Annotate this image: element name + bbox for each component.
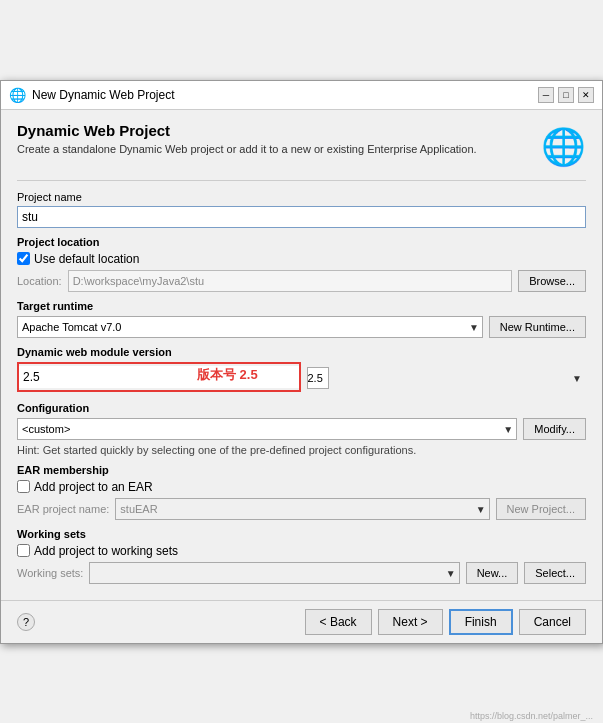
configuration-row: <custom> ▼ Modify...: [17, 418, 586, 440]
project-name-group: Project name: [17, 191, 586, 228]
module-version-dropdown-wrapper: 2.5 ▼: [307, 367, 587, 389]
ear-project-row: EAR project name: stuEAR ▼ New Project..…: [17, 498, 586, 520]
working-sets-checkbox-label: Add project to working sets: [34, 544, 178, 558]
module-version-group: Dynamic web module version 2.5 ▼ 版本号 2.5: [17, 346, 586, 394]
working-sets-dropdown[interactable]: [89, 562, 459, 584]
configuration-group: Configuration <custom> ▼ Modify... Hint:…: [17, 402, 586, 456]
project-location-label: Project location: [17, 236, 586, 248]
next-button[interactable]: Next >: [378, 609, 443, 635]
configuration-hint: Hint: Get started quickly by selecting o…: [17, 444, 586, 456]
configuration-dropdown-wrapper: <custom> ▼: [17, 418, 517, 440]
default-location-row: Use default location: [17, 252, 586, 266]
help-button[interactable]: ?: [17, 613, 35, 631]
target-runtime-label: Target runtime: [17, 300, 586, 312]
runtime-dropdown-wrapper: Apache Tomcat v7.0 ▼: [17, 316, 483, 338]
close-button[interactable]: ✕: [578, 87, 594, 103]
default-location-checkbox[interactable]: [17, 252, 30, 265]
url-watermark: https://blog.csdn.net/palmer_...: [470, 711, 593, 721]
page-description: Create a standalone Dynamic Web project …: [17, 143, 477, 155]
working-sets-group: Working sets Add project to working sets…: [17, 528, 586, 584]
maximize-button[interactable]: □: [558, 87, 574, 103]
title-controls: ─ □ ✕: [538, 87, 594, 103]
module-version-input[interactable]: [19, 366, 299, 388]
project-name-label: Project name: [17, 191, 586, 203]
working-sets-input-label: Working sets:: [17, 567, 83, 579]
module-version-dropdown[interactable]: 2.5: [307, 367, 329, 389]
new-sets-button[interactable]: New...: [466, 562, 519, 584]
browse-button[interactable]: Browse...: [518, 270, 586, 292]
select-sets-button[interactable]: Select...: [524, 562, 586, 584]
header-icon: 🌐: [541, 126, 586, 168]
location-input[interactable]: [68, 270, 512, 292]
footer-buttons: < Back Next > Finish Cancel: [305, 609, 586, 635]
ear-project-dropdown[interactable]: stuEAR: [115, 498, 489, 520]
modify-button[interactable]: Modify...: [523, 418, 586, 440]
target-runtime-group: Target runtime Apache Tomcat v7.0 ▼ New …: [17, 300, 586, 338]
title-bar: 🌐 New Dynamic Web Project ─ □ ✕: [1, 81, 602, 110]
page-title: Dynamic Web Project: [17, 122, 477, 139]
working-sets-label: Working sets: [17, 528, 586, 540]
cancel-button[interactable]: Cancel: [519, 609, 586, 635]
module-version-box: [17, 362, 301, 392]
project-name-input[interactable]: [17, 206, 586, 228]
back-button[interactable]: < Back: [305, 609, 372, 635]
title-bar-left: 🌐 New Dynamic Web Project: [9, 87, 175, 103]
runtime-row: Apache Tomcat v7.0 ▼ New Runtime...: [17, 316, 586, 338]
ear-membership-label: EAR membership: [17, 464, 586, 476]
runtime-dropdown[interactable]: Apache Tomcat v7.0: [17, 316, 483, 338]
project-location-group: Project location Use default location Lo…: [17, 236, 586, 292]
main-content: Dynamic Web Project Create a standalone …: [1, 110, 602, 600]
working-sets-checkbox-row: Add project to working sets: [17, 544, 586, 558]
configuration-label: Configuration: [17, 402, 586, 414]
window-icon: 🌐: [9, 87, 26, 103]
ear-checkbox[interactable]: [17, 480, 30, 493]
ear-membership-group: EAR membership Add project to an EAR EAR…: [17, 464, 586, 520]
ear-checkbox-row: Add project to an EAR: [17, 480, 586, 494]
ear-project-dropdown-wrapper: stuEAR ▼: [115, 498, 489, 520]
minimize-button[interactable]: ─: [538, 87, 554, 103]
window-title: New Dynamic Web Project: [32, 88, 175, 102]
module-version-label: Dynamic web module version: [17, 346, 586, 358]
dialog-footer: ? < Back Next > Finish Cancel: [1, 600, 602, 643]
header-text: Dynamic Web Project Create a standalone …: [17, 122, 477, 155]
default-location-label: Use default location: [34, 252, 139, 266]
module-version-arrow: ▼: [572, 372, 582, 383]
dialog-window: 🌐 New Dynamic Web Project ─ □ ✕ Dynamic …: [0, 80, 603, 644]
location-input-row: Location: Browse...: [17, 270, 586, 292]
working-sets-dropdown-wrapper: ▼: [89, 562, 459, 584]
header-divider: [17, 180, 586, 181]
new-runtime-button[interactable]: New Runtime...: [489, 316, 586, 338]
ear-checkbox-label: Add project to an EAR: [34, 480, 153, 494]
ear-project-label: EAR project name:: [17, 503, 109, 515]
working-sets-checkbox[interactable]: [17, 544, 30, 557]
configuration-dropdown[interactable]: <custom>: [17, 418, 517, 440]
new-project-button[interactable]: New Project...: [496, 498, 586, 520]
working-sets-input-row: Working sets: ▼ New... Select...: [17, 562, 586, 584]
finish-button[interactable]: Finish: [449, 609, 513, 635]
location-label: Location:: [17, 275, 62, 287]
footer-left: ?: [17, 613, 35, 631]
header-section: Dynamic Web Project Create a standalone …: [17, 122, 586, 168]
